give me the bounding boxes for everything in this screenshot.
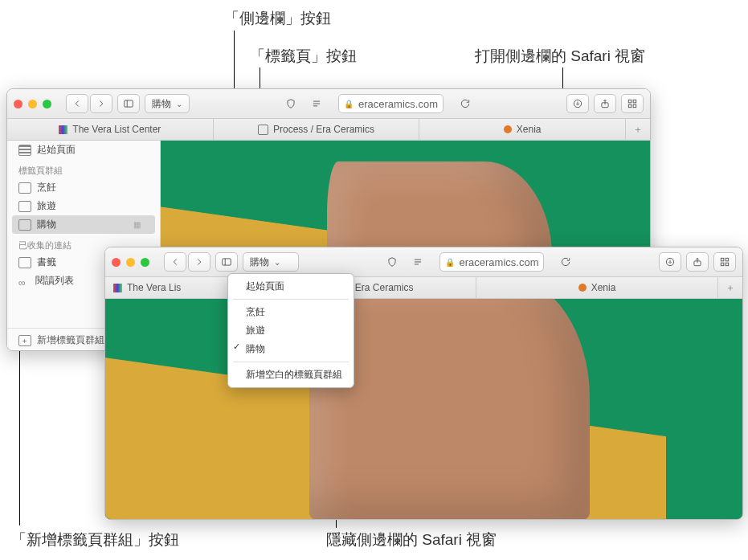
tab-xenia[interactable]: Xenia <box>419 119 626 140</box>
close-window-icon[interactable] <box>112 258 121 267</box>
chevron-down-icon: ⌄ <box>274 258 280 267</box>
new-tab-button[interactable]: ＋ <box>718 277 742 298</box>
tab-label: The Vera List Center <box>72 124 161 135</box>
chevron-down-icon: ⌄ <box>176 100 182 108</box>
sidebar-button[interactable] <box>117 94 140 113</box>
sidebar-new-tabgroup-label: 新增標籤頁群組 <box>37 333 104 347</box>
menu-item-start-page[interactable]: 起始頁面 <box>228 277 354 296</box>
reader-menu-icon[interactable] <box>306 95 327 112</box>
tab-label: Process / Era Ceramics <box>273 124 374 135</box>
callout-open-sidebar-window: 打開側邊欄的 Safari 視窗 <box>475 46 645 67</box>
minimize-window-icon[interactable] <box>28 100 37 108</box>
favicon-icon <box>578 284 587 292</box>
tab-label: Xenia <box>591 282 616 293</box>
reload-button[interactable] <box>555 253 576 271</box>
menu-item-cook[interactable]: 烹飪 <box>228 303 354 321</box>
sidebar-item-label: 閱讀列表 <box>35 274 74 288</box>
svg-rect-12 <box>223 259 231 265</box>
leader-line <box>562 67 563 88</box>
callout-sidebar-button: 「側邊欄」按鈕 <box>224 8 331 29</box>
tab-era[interactable]: Process / Era Ceramics <box>214 119 420 140</box>
back-button[interactable] <box>66 94 88 113</box>
svg-rect-20 <box>721 258 724 261</box>
svg-rect-0 <box>125 100 133 107</box>
forward-button[interactable] <box>90 94 112 113</box>
plus-box-icon <box>18 335 31 346</box>
book-icon <box>18 257 31 268</box>
callout-new-tabgroup-button: 「新增標籤頁群組」按鈕 <box>11 529 179 550</box>
tab-xenia[interactable]: Xenia <box>476 277 718 298</box>
lock-icon: 🔒 <box>344 100 354 108</box>
tabgroup-pill[interactable]: 購物 ⌄ <box>243 252 299 272</box>
privacy-shield-button[interactable] <box>382 253 403 271</box>
new-tab-button[interactable]: ＋ <box>626 119 650 140</box>
sidebar-item-label: 書籤 <box>37 255 56 269</box>
menu-item-new-blank-group[interactable]: 新增空白的標籤頁群組 <box>228 366 354 384</box>
favicon-icon <box>258 125 268 135</box>
menu-separator <box>233 299 349 300</box>
lock-icon: 🔒 <box>445 258 455 267</box>
grid-preview-icon: ▦ <box>133 220 141 229</box>
glasses-icon <box>18 277 30 285</box>
tab-bar: The Vera Lis Process / Era Ceramics Xeni… <box>105 277 742 299</box>
address-text: eraceramics.com <box>358 98 438 110</box>
close-window-icon[interactable] <box>14 100 22 108</box>
menu-item-travel[interactable]: 旅遊 <box>228 321 354 340</box>
svg-rect-10 <box>628 104 632 108</box>
back-button[interactable] <box>164 252 186 272</box>
menu-item-shop[interactable]: 購物 <box>228 340 354 358</box>
svg-rect-8 <box>628 100 632 103</box>
share-button[interactable] <box>594 94 616 113</box>
web-content <box>105 299 742 520</box>
reader-menu-icon[interactable] <box>407 253 428 271</box>
tab-vera[interactable]: The Vera Lis <box>105 277 235 298</box>
tabgroup-pill-label: 購物 <box>152 97 171 111</box>
window-controls[interactable] <box>112 258 149 267</box>
toolbar: 購物 ⌄ 🔒 eraceramics.com <box>105 247 742 277</box>
sidebar-item-label: 起始頁面 <box>37 143 76 157</box>
svg-rect-11 <box>633 104 636 108</box>
window-controls[interactable] <box>14 100 51 108</box>
sidebar-button[interactable] <box>215 252 238 272</box>
tab-vera[interactable]: The Vera List Center <box>7 119 214 140</box>
favicon-icon <box>113 284 122 292</box>
tabgroup-icon <box>18 201 31 212</box>
tabgroup-dropdown: 起始頁面 烹飪 旅遊 購物 新增空白的標籤頁群組 <box>227 273 354 388</box>
share-button[interactable] <box>686 252 709 272</box>
tabgroup-pill[interactable]: 購物 ⌄ <box>145 94 190 113</box>
fullscreen-window-icon[interactable] <box>43 100 51 108</box>
reload-button[interactable] <box>455 95 476 112</box>
privacy-shield-button[interactable] <box>280 95 301 112</box>
leader-line <box>19 345 20 525</box>
safari-window-sidebar-hidden: 購物 ⌄ 🔒 eraceramics.com <box>104 247 743 520</box>
svg-rect-21 <box>726 258 729 261</box>
downloads-button[interactable] <box>659 252 681 272</box>
address-field[interactable]: 🔒 eraceramics.com <box>338 94 443 113</box>
tab-bar: The Vera List Center Process / Era Ceram… <box>7 119 650 141</box>
sidebar-group-shop[interactable]: 購物 ▦ <box>12 215 155 234</box>
tab-label: The Vera Lis <box>127 282 181 293</box>
tabs-overview-button[interactable] <box>713 252 736 272</box>
callout-tabs-button: 「標籤頁」按鈕 <box>250 46 357 67</box>
sidebar-item-label: 旅遊 <box>37 199 56 213</box>
tab-label: Xenia <box>517 124 542 135</box>
fullscreen-window-icon[interactable] <box>141 258 149 267</box>
address-text: eraceramics.com <box>460 256 539 268</box>
sidebar-group-cook[interactable]: 烹飪 <box>7 178 160 197</box>
tabgroup-icon <box>18 182 31 194</box>
sidebar-groups-header: 標籤頁群組 <box>7 159 160 178</box>
tabgroup-icon <box>18 219 31 231</box>
minimize-window-icon[interactable] <box>126 258 135 267</box>
svg-rect-9 <box>633 100 636 103</box>
forward-button[interactable] <box>188 252 211 272</box>
favicon-icon <box>59 125 67 134</box>
sidebar-start-page[interactable]: 起始頁面 <box>7 141 160 159</box>
downloads-button[interactable] <box>566 94 589 113</box>
sidebar-item-label: 購物 <box>37 218 56 231</box>
tabgroup-pill-label: 購物 <box>250 255 269 269</box>
svg-rect-22 <box>721 263 724 266</box>
menu-separator <box>233 362 349 362</box>
tabs-overview-button[interactable] <box>621 94 644 113</box>
address-field[interactable]: 🔒 eraceramics.com <box>439 252 545 272</box>
sidebar-group-travel[interactable]: 旅遊 <box>7 197 160 215</box>
